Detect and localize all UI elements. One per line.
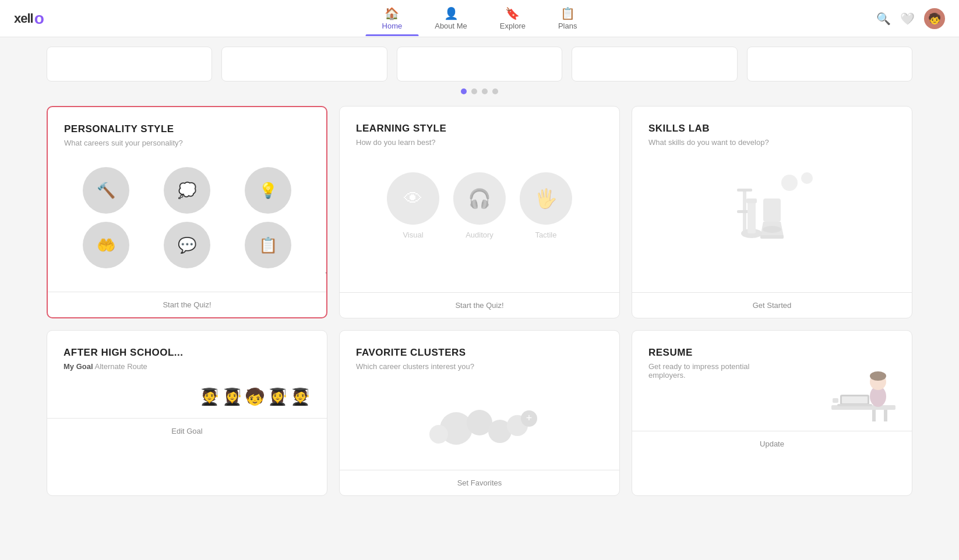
after-hs-footer[interactable]: Edit Goal bbox=[47, 418, 327, 444]
top-card-1 bbox=[47, 47, 212, 81]
top-card-3 bbox=[397, 47, 562, 81]
skills-lab-card[interactable]: SKILLS LAB What skills do you want to de… bbox=[632, 106, 912, 318]
visual-icon-circle: 👁 bbox=[387, 172, 439, 225]
learning-auditory: 🎧 Auditory bbox=[453, 172, 506, 239]
personality-card-title: PERSONALITY STYLE bbox=[64, 123, 310, 135]
personality-icon-chat: 💬 bbox=[164, 222, 210, 268]
svg-point-1 bbox=[801, 172, 813, 184]
clusters-title: FAVORITE CLUSTERS bbox=[356, 347, 603, 359]
svg-rect-27 bbox=[842, 396, 868, 403]
after-hs-title: AFTER HIGH SCHOOL... bbox=[64, 347, 311, 359]
skills-lab-svg bbox=[725, 166, 819, 242]
tactile-label: Tactile bbox=[535, 231, 557, 239]
explore-icon: 🔖 bbox=[505, 6, 520, 20]
svg-rect-20 bbox=[872, 410, 876, 421]
card-grid: PERSONALITY STYLE What careers suit your… bbox=[47, 106, 912, 496]
top-card-2 bbox=[221, 47, 387, 81]
person-figure-4: 👩‍🎓 bbox=[267, 387, 288, 406]
person-icon: 👤 bbox=[444, 6, 459, 20]
nav-item-plans[interactable]: 📋 Plans bbox=[542, 1, 594, 36]
top-card-5 bbox=[747, 47, 912, 81]
personality-card-subtitle: What careers suit your personality? bbox=[64, 139, 310, 147]
pagination-dots bbox=[47, 88, 912, 94]
personality-icon-hammer: 🔨 bbox=[83, 167, 129, 214]
personality-icon-clipboard: 📋 bbox=[245, 222, 291, 268]
personality-action-label: Start the Quiz! bbox=[163, 300, 211, 309]
after-high-school-card[interactable]: AFTER HIGH SCHOOL... My Goal Alternate R… bbox=[47, 330, 327, 496]
svg-rect-4 bbox=[760, 235, 784, 239]
clusters-action-label: Set Favorites bbox=[457, 479, 502, 487]
top-navigation: xello 🏠 Home 👤 About Me 🔖 Explore 📋 Plan… bbox=[0, 0, 959, 37]
people-illustration: 🧑‍🎓 👩‍🎓 🧒 👩‍🎓 🧑‍🎓 bbox=[64, 375, 311, 412]
resume-illustration bbox=[826, 347, 895, 425]
svg-text:+: + bbox=[526, 412, 533, 424]
svg-rect-26 bbox=[837, 404, 872, 406]
main-content: PERSONALITY STYLE What careers suit your… bbox=[0, 37, 959, 560]
auditory-icon-circle: 🎧 bbox=[453, 172, 506, 225]
person-figure-1: 🧑‍🎓 bbox=[199, 387, 220, 406]
logo-text: xell bbox=[14, 11, 33, 26]
personality-icons-grid: 🔨 💭 💡 🤲 💬 📋 bbox=[64, 161, 310, 280]
svg-point-16 bbox=[429, 425, 448, 444]
goal-label: My Goal bbox=[64, 362, 93, 371]
resume-card[interactable]: RESUME Get ready to impress potential em… bbox=[632, 330, 912, 496]
auditory-label: Auditory bbox=[466, 231, 493, 239]
resume-subtitle: Get ready to impress potential employers… bbox=[648, 362, 753, 380]
visual-label: Visual bbox=[403, 231, 423, 239]
svg-rect-2 bbox=[763, 199, 781, 222]
personality-card-footer[interactable]: Start the Quiz! bbox=[48, 292, 326, 317]
nav-items: 🏠 Home 👤 About Me 🔖 Explore 📋 Plans bbox=[366, 1, 594, 36]
learning-card-title: LEARNING STYLE bbox=[356, 123, 603, 134]
personality-card-body: PERSONALITY STYLE What careers suit your… bbox=[48, 107, 326, 292]
nav-item-about-me[interactable]: 👤 About Me bbox=[418, 1, 484, 36]
top-card-4 bbox=[572, 47, 737, 81]
tactile-icon-circle: 🖐 bbox=[520, 172, 572, 225]
dot-3[interactable] bbox=[482, 88, 488, 94]
dot-2[interactable] bbox=[471, 88, 477, 94]
svg-point-24 bbox=[870, 371, 886, 381]
person-figure-5: 🧑‍🎓 bbox=[290, 387, 311, 406]
user-avatar[interactable]: 🧒 bbox=[924, 8, 945, 29]
learning-card-subtitle: How do you learn best? bbox=[356, 138, 603, 147]
goal-text: My Goal Alternate Route bbox=[64, 362, 311, 371]
personality-style-card[interactable]: PERSONALITY STYLE What careers suit your… bbox=[47, 106, 327, 318]
after-hs-body: AFTER HIGH SCHOOL... My Goal Alternate R… bbox=[47, 331, 327, 418]
clusters-subtitle: Which career clusters interest you? bbox=[356, 362, 603, 371]
svg-point-0 bbox=[781, 175, 798, 191]
after-hs-action-label: Edit Goal bbox=[171, 427, 202, 435]
favorites-icon[interactable]: 🤍 bbox=[900, 12, 915, 26]
top-cards-row bbox=[47, 37, 912, 88]
home-icon: 🏠 bbox=[385, 6, 399, 20]
clusters-body: FAVORITE CLUSTERS Which career clusters … bbox=[340, 331, 619, 470]
goal-value-text: Alternate Route bbox=[94, 362, 147, 371]
dot-1[interactable] bbox=[461, 88, 467, 94]
skills-action-label: Get Started bbox=[753, 301, 791, 310]
skills-card-footer[interactable]: Get Started bbox=[632, 292, 912, 318]
skills-card-subtitle: What skills do you want to develop? bbox=[648, 138, 895, 147]
personality-icon-thought: 💭 bbox=[164, 167, 210, 214]
resume-body: RESUME Get ready to impress potential em… bbox=[632, 331, 912, 431]
learning-style-card[interactable]: LEARNING STYLE How do you learn best? 👁 … bbox=[339, 106, 620, 318]
learning-tactile: 🖐 Tactile bbox=[520, 172, 572, 239]
clusters-footer[interactable]: Set Favorites bbox=[340, 470, 619, 495]
learning-action-label: Start the Quiz! bbox=[455, 301, 503, 310]
dot-4[interactable] bbox=[492, 88, 498, 94]
logo[interactable]: xello bbox=[14, 10, 44, 27]
favorite-clusters-card[interactable]: FAVORITE CLUSTERS Which career clusters … bbox=[339, 330, 620, 496]
search-icon[interactable]: 🔍 bbox=[876, 12, 891, 26]
personality-icon-bulb: 💡 bbox=[245, 167, 291, 214]
nav-item-about-me-label: About Me bbox=[435, 22, 467, 30]
learning-card-footer[interactable]: Start the Quiz! bbox=[340, 292, 619, 318]
svg-rect-7 bbox=[737, 189, 752, 192]
person-figure-3: 🧒 bbox=[245, 387, 265, 406]
clusters-icons: + bbox=[356, 385, 603, 464]
learning-visual: 👁 Visual bbox=[387, 172, 439, 239]
resume-footer[interactable]: Update bbox=[632, 431, 912, 456]
svg-rect-10 bbox=[748, 201, 756, 233]
skills-card-body: SKILLS LAB What skills do you want to de… bbox=[632, 107, 912, 292]
nav-item-home[interactable]: 🏠 Home bbox=[366, 1, 419, 36]
nav-item-explore[interactable]: 🔖 Explore bbox=[484, 1, 542, 36]
nav-item-explore-label: Explore bbox=[500, 22, 526, 30]
nav-item-plans-label: Plans bbox=[558, 22, 577, 30]
svg-rect-21 bbox=[884, 410, 887, 421]
